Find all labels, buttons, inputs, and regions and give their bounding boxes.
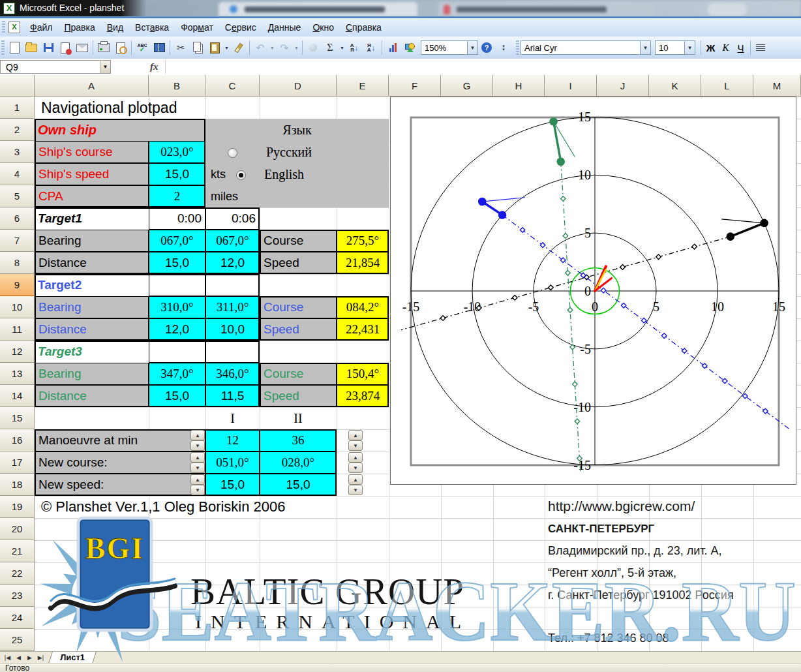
- cell-target2-speed-label[interactable]: Speed: [260, 318, 337, 341]
- cell-url[interactable]: http://www.bgicrew.com/: [548, 498, 695, 514]
- column-header-A[interactable]: A: [35, 75, 149, 97]
- spinner-up-button[interactable]: ▲: [348, 452, 363, 463]
- align-left-button[interactable]: [753, 40, 768, 55]
- copy-button[interactable]: [190, 40, 205, 55]
- name-box[interactable]: Q9▼: [0, 60, 111, 74]
- cell-ships-speed-value[interactable]: 15,0: [149, 163, 205, 185]
- sort-descending-button[interactable]: ЯА↓: [363, 40, 379, 55]
- undo-dropdown[interactable]: ▼: [269, 46, 276, 50]
- cell-target1-distance-label[interactable]: Distance: [35, 252, 149, 274]
- cell-cpa-label[interactable]: CPA: [35, 185, 149, 207]
- menu-item-edit[interactable]: Правка: [58, 20, 100, 35]
- tab-first-button[interactable]: |◀: [2, 653, 13, 663]
- column-header-D[interactable]: D: [260, 75, 337, 97]
- cell-target2-bearing-label[interactable]: Bearing: [35, 296, 149, 318]
- radio-language-english[interactable]: [236, 170, 246, 180]
- row-header-4[interactable]: 4: [0, 163, 35, 185]
- cell-target2-distance-0[interactable]: 12,0: [149, 318, 205, 341]
- cell-target1-distance-0[interactable]: 15,0: [149, 252, 205, 274]
- cell-target2-speed-value[interactable]: 22,431: [337, 318, 389, 341]
- cell-target1-bearing-label[interactable]: Bearing: [35, 230, 149, 252]
- cell-target1-name[interactable]: Target1: [35, 207, 149, 230]
- column-header-L[interactable]: L: [701, 75, 753, 97]
- menu-item-insert[interactable]: Вставка: [129, 20, 175, 35]
- spinner-down-button[interactable]: ▼: [190, 463, 205, 473]
- cell-target1-bearing-1[interactable]: 067,0°: [205, 230, 260, 252]
- font-size-combo[interactable]: 10▼: [655, 40, 695, 55]
- cell-target3-distance-1[interactable]: 11,5: [205, 385, 260, 407]
- row-header-23[interactable]: 23: [0, 585, 35, 607]
- row-header-16[interactable]: 16: [0, 429, 35, 451]
- cell-empty[interactable]: [205, 341, 260, 363]
- permission-button[interactable]: [57, 40, 73, 55]
- underline-button[interactable]: Ч: [733, 40, 748, 55]
- row-header-10[interactable]: 10: [0, 296, 35, 318]
- cell-target2-bearing-1[interactable]: 311,0°: [205, 296, 260, 318]
- spinner-up-button[interactable]: ▲: [348, 474, 363, 485]
- cell-target3-speed-label[interactable]: Speed: [260, 385, 337, 407]
- cell-target1-course-label[interactable]: Course: [260, 230, 337, 252]
- cell-target3-distance-0[interactable]: 15,0: [149, 385, 205, 407]
- print-preview-button[interactable]: [113, 40, 128, 55]
- spinner-up-button[interactable]: ▲: [190, 452, 205, 463]
- menu-item-view[interactable]: Вид: [101, 20, 129, 35]
- cell-empty[interactable]: [149, 274, 205, 296]
- cell-ships-speed-label[interactable]: Ship's speed: [35, 163, 149, 185]
- cell-manoeuvre-label[interactable]: Manoeuvre at min: [35, 429, 205, 451]
- print-button[interactable]: [96, 40, 112, 55]
- column-header-E[interactable]: E: [337, 75, 389, 97]
- cell-new-speed-label[interactable]: New speed:: [35, 474, 205, 496]
- row-header-19[interactable]: 19: [0, 496, 35, 518]
- cell-new-course-v2[interactable]: 028,0°: [260, 451, 337, 474]
- row-header-22[interactable]: 22: [0, 562, 35, 585]
- email-button[interactable]: [74, 40, 90, 55]
- cell-target2-bearing-0[interactable]: 310,0°: [149, 296, 205, 318]
- cell-manoeuvre-col2[interactable]: II: [260, 407, 337, 429]
- spinner-down-button[interactable]: ▼: [348, 440, 363, 451]
- spinner-down-button[interactable]: ▼: [348, 463, 363, 473]
- paste-dropdown[interactable]: ▼: [223, 46, 230, 50]
- spinner-up-button[interactable]: ▲: [190, 474, 205, 485]
- zoom-combo[interactable]: 150%▼: [421, 40, 478, 55]
- cell-target3-bearing-label[interactable]: Bearing: [35, 363, 149, 385]
- column-header-G[interactable]: G: [441, 75, 493, 97]
- cell-manoeuvre-v1[interactable]: 12: [205, 429, 260, 451]
- cell-ships-course-value[interactable]: 023,0°: [149, 141, 205, 163]
- row-header-2[interactable]: 2: [0, 119, 35, 141]
- row-header-17[interactable]: 17: [0, 451, 35, 474]
- chart-object[interactable]: 151050-5-10-15-15-10-5051015: [390, 97, 796, 485]
- cell-target1-course-value[interactable]: 275,5°: [337, 230, 389, 252]
- column-header-J[interactable]: J: [597, 75, 649, 97]
- hyperlink-button[interactable]: [305, 40, 321, 55]
- cell-target1-distance-1[interactable]: 12,0: [205, 252, 260, 274]
- cell-ships-course-label[interactable]: Ship's course: [35, 141, 149, 163]
- menu-item-window[interactable]: Окно: [307, 20, 340, 35]
- cell-time-0[interactable]: 0:00: [149, 207, 205, 230]
- cell-target3-course-label[interactable]: Course: [260, 363, 337, 385]
- cell-target3-bearing-1[interactable]: 346,0°: [205, 363, 260, 385]
- cell-new-course-v1[interactable]: 051,0°: [205, 451, 260, 474]
- row-header-12[interactable]: 12: [0, 341, 35, 363]
- menu-item-file[interactable]: Файл: [24, 20, 58, 35]
- cell-target3-distance-label[interactable]: Distance: [35, 385, 149, 407]
- cell-cpa-value[interactable]: 2: [149, 185, 205, 207]
- cell-target1-speed-value[interactable]: 21,854: [337, 252, 389, 274]
- cell-title[interactable]: Navigational plotpad: [38, 98, 390, 117]
- column-header-I[interactable]: I: [545, 75, 597, 97]
- cell-target1-speed-label[interactable]: Speed: [260, 252, 337, 274]
- cell-new-speed-v2[interactable]: 15,0: [260, 474, 337, 496]
- cell-target2-distance-label[interactable]: Distance: [35, 318, 149, 341]
- row-header-7[interactable]: 7: [0, 230, 35, 252]
- formula-input[interactable]: [165, 60, 801, 74]
- cell-target2-distance-1[interactable]: 10,0: [205, 318, 260, 341]
- redo-button[interactable]: ↷: [277, 40, 292, 55]
- spinner-down-button[interactable]: ▼: [190, 485, 205, 495]
- column-header-K[interactable]: K: [649, 75, 701, 97]
- cell-target2-name[interactable]: Target2: [35, 274, 149, 296]
- italic-button[interactable]: К: [718, 40, 733, 55]
- row-header-24[interactable]: 24: [0, 607, 35, 629]
- cell-city[interactable]: САНКТ-ПЕТЕРБУРГ: [548, 523, 654, 536]
- row-header-9[interactable]: 9: [0, 274, 35, 296]
- chart-wizard-button[interactable]: [385, 40, 400, 55]
- menu-item-tools[interactable]: Сервис: [219, 20, 262, 35]
